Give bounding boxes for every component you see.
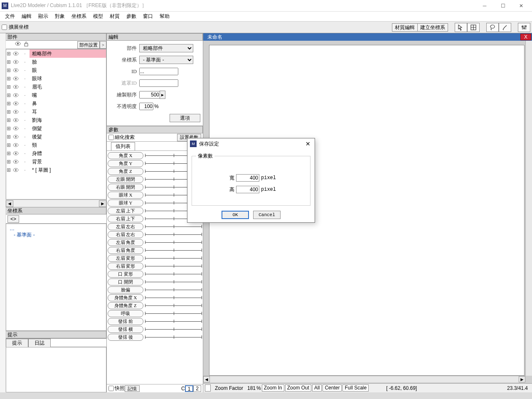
param-row[interactable]: 口 変形 [108, 270, 202, 278]
tree-expand-icon[interactable]: ⊞ [6, 92, 11, 98]
visibility-eye-icon[interactable] [11, 126, 20, 131]
brush-tool-icon[interactable] [499, 23, 511, 32]
part-row[interactable]: ⊞·耳 [6, 108, 106, 116]
part-row[interactable]: ⊞·身體 [6, 149, 106, 158]
param-row[interactable]: 臉偏 [108, 286, 202, 294]
param-row[interactable]: 口 開閉 [108, 278, 202, 286]
part-row[interactable]: ⊞·粗略部件 [6, 49, 106, 58]
tree-expand-icon[interactable]: ⊞ [6, 126, 11, 131]
param-row[interactable]: 右眉 左右 [108, 231, 202, 239]
part-row[interactable]: ⊞·後髮 [6, 133, 106, 141]
edit-id-input[interactable] [139, 68, 178, 75]
coord-tree[interactable]: … - 基準面 - [6, 224, 106, 331]
lock-dot-icon[interactable]: · [20, 159, 30, 165]
visibility-eye-icon[interactable] [11, 135, 20, 139]
zoom-in-button[interactable]: Zoom In [262, 384, 284, 392]
tree-expand-icon[interactable]: ⊞ [6, 59, 11, 65]
visibility-eye-icon[interactable] [11, 85, 20, 89]
tree-expand-icon[interactable]: ⊞ [6, 84, 11, 90]
sliders-tool-icon[interactable] [518, 23, 530, 32]
param-name-button[interactable]: 身體角度 Z [108, 302, 143, 309]
visibility-eye-icon[interactable] [11, 151, 20, 155]
visibility-eye-icon[interactable] [11, 76, 20, 81]
param-row[interactable]: 左眉 角度 [108, 239, 202, 246]
refine-search-input[interactable] [108, 135, 114, 140]
dialog-cancel-button[interactable]: Cancel [253, 211, 281, 219]
param-slider[interactable] [145, 256, 202, 261]
canvas-hscroll[interactable]: ◄► [203, 376, 525, 382]
param-name-button[interactable]: 左眉 角度 [108, 239, 143, 246]
dialog-close-button[interactable]: ✕ [304, 140, 312, 147]
visibility-eye-icon[interactable] [11, 52, 20, 56]
param-name-button[interactable]: 發揺 後 [108, 334, 143, 341]
tree-expand-icon[interactable]: ⊞ [6, 51, 11, 57]
param-row[interactable]: 身體角度 Z [108, 302, 202, 310]
visibility-eye-icon[interactable] [11, 160, 20, 164]
hint-tab-log[interactable]: 日誌 [28, 339, 51, 347]
edit-coord-select[interactable]: - 基準面 - [139, 56, 193, 64]
param-slider[interactable] [145, 327, 202, 332]
param-row[interactable]: 呼吸 [108, 310, 202, 318]
part-row[interactable]: ⊞·眼球 [6, 74, 106, 83]
param-slider[interactable] [145, 335, 202, 340]
param-slider[interactable] [145, 232, 202, 238]
build-coord-button[interactable]: 建立坐標系 [417, 23, 448, 32]
lock-dot-icon[interactable]: · [20, 76, 30, 81]
snapshot-checkbox[interactable]: 快照 [108, 385, 125, 392]
param-slider[interactable] [145, 264, 202, 269]
param-name-button[interactable]: 眼球 X [108, 192, 143, 199]
menu-file[interactable]: 文件 [3, 12, 17, 21]
param-name-button[interactable]: 左眉 上下 [108, 207, 143, 214]
lock-dot-icon[interactable]: · [20, 101, 30, 106]
param-name-button[interactable]: 身體角度 X [108, 294, 143, 301]
param-slider[interactable] [145, 279, 202, 285]
tree-expand-icon[interactable]: ⊞ [6, 67, 11, 73]
parts-hscroll[interactable]: ◄► [6, 200, 106, 207]
tree-expand-icon[interactable]: ⊞ [6, 167, 11, 173]
part-row[interactable]: ⊞·* [ 草圖 ] [6, 166, 106, 174]
param-row[interactable]: 右眉 角度 [108, 246, 202, 254]
page-2-button[interactable]: 2 [193, 385, 201, 392]
document-close-button[interactable]: X [520, 34, 531, 40]
visibility-eye-icon[interactable] [11, 68, 20, 72]
menu-material[interactable]: 材質 [108, 12, 121, 21]
param-name-button[interactable]: 臉偏 [108, 286, 143, 293]
width-input[interactable] [236, 174, 259, 182]
param-name-button[interactable]: 右眼 開閉 [108, 184, 143, 191]
param-row[interactable]: 左眉 変形 [108, 254, 202, 262]
parts-arrow-button[interactable]: > [100, 41, 106, 49]
param-name-button[interactable]: 右眉 変形 [108, 263, 143, 270]
expand-coord-checkbox[interactable]: 擴展坐標 [2, 24, 29, 31]
param-name-button[interactable]: 左眉 左右 [108, 223, 143, 230]
tree-expand-icon[interactable]: ⊞ [6, 117, 11, 123]
document-tab[interactable]: 未命名 X [203, 33, 532, 41]
part-row[interactable]: ⊞·鼻 [6, 99, 106, 108]
param-row[interactable]: 右眉 変形 [108, 262, 202, 270]
param-name-button[interactable]: 眼球 Y [108, 200, 143, 207]
part-row[interactable]: ⊞·背景 [6, 158, 106, 166]
param-slider[interactable] [145, 224, 202, 230]
tree-expand-icon[interactable]: ⊞ [6, 76, 11, 81]
arrow-tool-icon[interactable] [455, 23, 467, 32]
param-name-button[interactable]: 角度 Y [108, 160, 143, 167]
param-row[interactable]: 發揺 横 [108, 325, 202, 333]
param-name-button[interactable]: 左眼 開閉 [108, 176, 143, 183]
edit-mask-input[interactable] [139, 79, 178, 87]
param-name-button[interactable]: 右眉 上下 [108, 215, 143, 222]
lock-dot-icon[interactable]: · [20, 84, 30, 90]
param-name-button[interactable]: 發揺 前 [108, 318, 143, 325]
part-row[interactable]: ⊞·側髮 [6, 124, 106, 133]
lock-dot-icon[interactable]: · [20, 51, 30, 57]
tree-expand-icon[interactable]: ⊞ [6, 101, 11, 106]
hint-tab-hint[interactable]: 提示 [6, 339, 28, 347]
edit-order-input[interactable] [139, 91, 160, 99]
param-row[interactable]: 發揺 前 [108, 318, 202, 325]
lasso-tool-icon[interactable] [486, 23, 499, 32]
visibility-eye-icon[interactable] [11, 168, 20, 172]
edit-part-select[interactable]: 粗略部件 [139, 44, 193, 52]
part-row[interactable]: ⊞·頸 [6, 141, 106, 149]
value-list-tab[interactable]: 值列表 [111, 142, 135, 150]
param-name-button[interactable]: 左眉 変形 [108, 255, 143, 262]
maximize-button[interactable]: ☐ [494, 0, 512, 12]
lock-dot-icon[interactable]: · [20, 150, 30, 156]
